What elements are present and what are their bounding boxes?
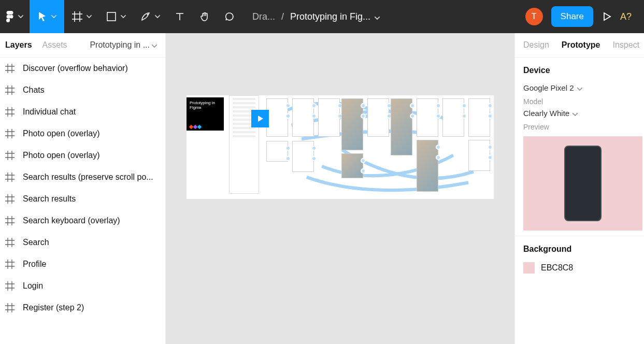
frame-thumbnail[interactable] bbox=[292, 141, 314, 172]
layer-row[interactable]: Photo open (overlay) bbox=[0, 123, 165, 145]
page-name: Prototyping in ... bbox=[90, 40, 150, 50]
layer-row[interactable]: Chats bbox=[0, 79, 165, 101]
hint-badge[interactable]: A? bbox=[620, 11, 632, 22]
frame-thumbnail[interactable] bbox=[417, 140, 438, 192]
layer-row[interactable]: Search bbox=[0, 232, 165, 253]
frame-thumbnail[interactable] bbox=[318, 98, 340, 137]
connection-node-icon[interactable] bbox=[361, 168, 366, 174]
layer-row[interactable]: Search results (preserve scroll po... bbox=[0, 166, 165, 188]
left-panel-tabs: Layers Assets Prototyping in ... bbox=[0, 33, 165, 58]
connection-node-icon[interactable] bbox=[410, 113, 415, 119]
device-title: Device bbox=[523, 66, 636, 75]
present-button[interactable] bbox=[602, 11, 612, 22]
layer-row[interactable]: Search results bbox=[0, 188, 165, 210]
figma-logo-icon bbox=[6, 11, 14, 22]
connection-node-icon[interactable] bbox=[488, 145, 493, 150]
connection-node-icon[interactable] bbox=[436, 113, 441, 119]
tool-frame[interactable] bbox=[65, 0, 99, 33]
frame-thumbnail[interactable] bbox=[391, 98, 412, 155]
tool-move[interactable] bbox=[30, 0, 65, 33]
chevron-down-icon bbox=[375, 11, 380, 22]
layer-row[interactable]: Profile bbox=[0, 253, 165, 275]
frame-icon bbox=[5, 107, 15, 117]
tab-prototype[interactable]: Prototype bbox=[562, 40, 600, 50]
canvas[interactable]: Prototyping in Figma bbox=[166, 33, 514, 344]
frame-thumbnail[interactable] bbox=[417, 98, 438, 137]
model-select[interactable]: Clearly White bbox=[523, 109, 636, 118]
frame-thumbnail[interactable] bbox=[266, 98, 288, 137]
connection-node-icon[interactable] bbox=[488, 113, 493, 119]
connection-node-icon[interactable] bbox=[285, 113, 291, 119]
device-select[interactable]: Google Pixel 2 bbox=[523, 83, 636, 92]
tab-design[interactable]: Design bbox=[523, 40, 549, 50]
layer-name: Photo open (overlay) bbox=[23, 129, 100, 138]
connection-node-icon[interactable] bbox=[311, 156, 317, 161]
connection-node-icon[interactable] bbox=[311, 146, 317, 151]
layer-row[interactable]: Photo open (overlay) bbox=[0, 145, 165, 166]
chevron-down-icon bbox=[87, 15, 92, 18]
connection-node-icon[interactable] bbox=[462, 103, 467, 108]
background-hex: EBC8C8 bbox=[541, 263, 573, 273]
connection-node-icon[interactable] bbox=[488, 103, 493, 108]
chevron-down-icon bbox=[155, 15, 160, 18]
cover-tile[interactable]: Prototyping in Figma bbox=[187, 97, 224, 131]
breadcrumb: Dra... / Prototyping in Fig... bbox=[252, 11, 525, 22]
tab-assets[interactable]: Assets bbox=[42, 40, 67, 50]
connection-node-icon[interactable] bbox=[361, 158, 366, 163]
tool-text[interactable] bbox=[167, 0, 192, 33]
layer-name: Login bbox=[23, 281, 43, 291]
frame-thumbnail[interactable] bbox=[341, 153, 363, 178]
frame-thumbnail[interactable] bbox=[442, 98, 464, 137]
topbar: Dra... / Prototyping in Fig... T Share A… bbox=[0, 0, 644, 33]
connection-node-icon[interactable] bbox=[436, 103, 441, 108]
avatar[interactable]: T bbox=[525, 8, 543, 25]
chevron-down-icon bbox=[573, 109, 578, 118]
connection-node-icon[interactable] bbox=[285, 103, 291, 108]
avatar-initial: T bbox=[532, 12, 537, 21]
frame-icon bbox=[5, 129, 15, 138]
layer-name: Discover (overflow behavior) bbox=[23, 64, 128, 73]
layer-row[interactable]: Login bbox=[0, 275, 165, 297]
connection-node-icon[interactable] bbox=[285, 156, 291, 161]
connection-node-icon[interactable] bbox=[488, 155, 493, 160]
layer-row[interactable]: Discover (overflow behavior) bbox=[0, 58, 165, 79]
connection-node-icon[interactable] bbox=[410, 103, 415, 108]
project-title[interactable]: Prototyping in Fig... bbox=[290, 11, 380, 22]
frame-thumbnail[interactable] bbox=[367, 98, 389, 137]
layer-row[interactable]: Search keyboard (overlay) bbox=[0, 210, 165, 232]
connection-node-icon[interactable] bbox=[311, 113, 317, 119]
connection-node-icon[interactable] bbox=[462, 113, 467, 119]
layer-row[interactable]: Individual chat bbox=[0, 101, 165, 123]
breadcrumb-parent[interactable]: Dra... bbox=[252, 11, 275, 22]
layer-row[interactable]: Register (step 2) bbox=[0, 297, 165, 319]
background-title: Background bbox=[523, 245, 636, 254]
tool-hand[interactable] bbox=[192, 0, 217, 33]
connection-node-icon[interactable] bbox=[361, 103, 366, 108]
prototype-start-flag[interactable] bbox=[251, 110, 269, 127]
menu-main[interactable] bbox=[0, 0, 30, 33]
text-icon bbox=[175, 11, 185, 22]
frame-thumbnail[interactable] bbox=[468, 98, 490, 137]
prototype-frames-strip: Prototyping in Figma bbox=[187, 95, 494, 199]
tool-shape[interactable] bbox=[99, 0, 133, 33]
frame-thumbnail[interactable] bbox=[266, 141, 288, 162]
tab-inspect[interactable]: Inspect bbox=[612, 40, 639, 50]
frame-icon bbox=[72, 11, 82, 22]
connection-node-icon[interactable] bbox=[436, 145, 441, 150]
frame-icon bbox=[5, 194, 15, 204]
frame-thumbnail[interactable] bbox=[292, 98, 314, 137]
tab-layers[interactable]: Layers bbox=[5, 40, 32, 50]
comment-icon bbox=[224, 11, 235, 22]
connection-node-icon[interactable] bbox=[361, 113, 366, 119]
tool-comment[interactable] bbox=[217, 0, 242, 33]
page-selector[interactable]: Prototyping in ... bbox=[90, 40, 157, 50]
connection-node-icon[interactable] bbox=[285, 146, 291, 151]
tool-pen[interactable] bbox=[133, 0, 167, 33]
share-button[interactable]: Share bbox=[551, 6, 593, 27]
frame-thumbnail[interactable] bbox=[341, 98, 363, 150]
connection-node-icon[interactable] bbox=[311, 103, 317, 108]
background-color-row[interactable]: EBC8C8 bbox=[523, 262, 636, 274]
connection-node-icon[interactable] bbox=[436, 155, 441, 160]
mini-frames bbox=[261, 95, 494, 199]
frame-thumbnail[interactable] bbox=[468, 140, 490, 171]
